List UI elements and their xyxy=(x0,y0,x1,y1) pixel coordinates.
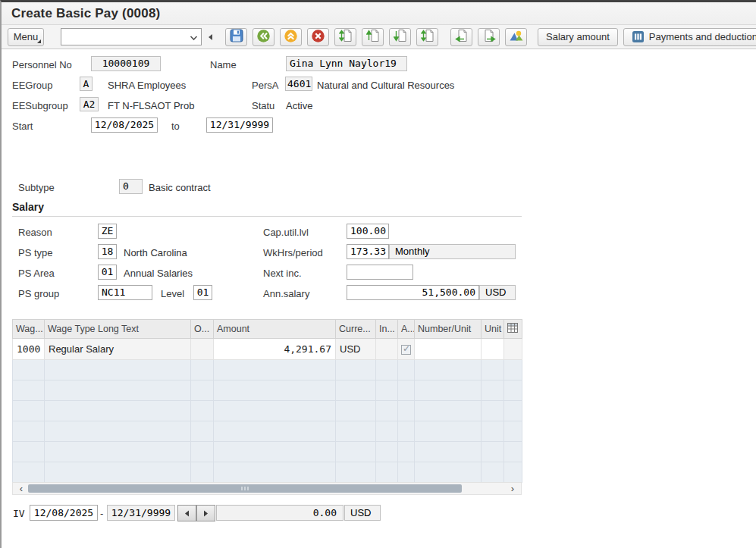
col-number-unit[interactable]: Number/Unit xyxy=(415,320,482,339)
cell-number-unit[interactable] xyxy=(415,339,482,360)
level-label: Level xyxy=(161,288,184,299)
table-config-button[interactable] xyxy=(504,320,522,339)
level-field[interactable]: 01 xyxy=(193,285,212,300)
status-label: Statu xyxy=(252,100,274,111)
previous-record-button[interactable] xyxy=(450,28,472,46)
name-field[interactable]: Gina Lynn Naylor19 xyxy=(286,56,407,71)
salary-amount-label: Salary amount xyxy=(546,31,610,42)
ps-area-label: PS Area xyxy=(18,268,55,279)
personnel-no-field[interactable]: 10000109 xyxy=(91,56,161,71)
payments-deductions-label: Payments and deductions xyxy=(649,31,756,42)
ann-salary-field[interactable]: 51,500.00 xyxy=(347,285,479,300)
scrollbar-thumb[interactable] xyxy=(28,484,462,493)
ee-subgroup-field[interactable]: A2 xyxy=(80,97,99,111)
next-interval-button[interactable] xyxy=(196,505,215,521)
wkhrs-unit-field[interactable]: Monthly xyxy=(389,244,516,259)
col-in[interactable]: In... xyxy=(376,320,398,339)
command-field[interactable] xyxy=(61,28,202,45)
ann-salary-currency-field[interactable]: USD xyxy=(479,285,516,300)
ee-group-text: SHRA Employees xyxy=(108,80,186,91)
col-o[interactable]: O... xyxy=(191,320,214,339)
iv-start-field[interactable]: 12/08/2025 xyxy=(30,505,98,521)
end-date-field[interactable]: 12/31/9999 xyxy=(206,117,273,133)
save-button[interactable] xyxy=(225,28,247,46)
ee-subgroup-text: FT N-FLSAOT Prob xyxy=(108,100,194,111)
status-value: Active xyxy=(286,100,312,111)
salary-amount-button[interactable]: Salary amount xyxy=(538,28,618,46)
scroll-right-icon[interactable]: › xyxy=(507,483,518,494)
wkhrs-label: WkHrs/period xyxy=(263,247,323,258)
ps-area-text: Annual Salaries xyxy=(124,268,193,279)
ps-type-label: PS type xyxy=(18,247,53,258)
save-icon xyxy=(230,29,243,45)
ann-salary-label: Ann.salary xyxy=(263,288,309,299)
overview-button[interactable] xyxy=(505,28,527,46)
col-wage-type[interactable]: Wag... xyxy=(13,320,45,339)
a-checkbox[interactable] xyxy=(401,345,411,355)
section-divider xyxy=(12,216,522,217)
wage-table-empty-body xyxy=(13,360,522,483)
payments-deductions-button[interactable]: Payments and deductions xyxy=(623,28,756,46)
table-row[interactable]: 1000 Regular Salary 4,291.67 USD xyxy=(13,339,522,360)
subtype-field[interactable]: 0 xyxy=(119,179,143,194)
cell-in[interactable] xyxy=(376,339,398,360)
table-row-empty[interactable] xyxy=(13,442,522,462)
ee-group-label: EEGroup xyxy=(12,80,52,91)
cell-wage-type[interactable]: 1000 xyxy=(13,339,45,360)
table-row-empty[interactable] xyxy=(13,380,522,401)
last-page-button[interactable] xyxy=(416,28,438,46)
previous-page-button[interactable] xyxy=(362,28,384,46)
cell-o[interactable] xyxy=(191,339,214,360)
table-row-empty[interactable] xyxy=(13,401,522,421)
pers-a-field[interactable]: 4601 xyxy=(285,77,312,91)
col-currency[interactable]: Curre... xyxy=(336,320,376,339)
start-date-field[interactable]: 12/08/2025 xyxy=(91,117,158,133)
cell-amount[interactable]: 4,291.67 xyxy=(214,339,336,360)
cap-util-field[interactable]: 100.00 xyxy=(347,224,389,239)
collapse-left-icon[interactable] xyxy=(207,33,213,41)
previous-page-icon xyxy=(366,29,380,45)
menu-button[interactable]: Menu xyxy=(8,28,44,46)
table-row-empty[interactable] xyxy=(13,360,522,380)
col-a[interactable]: A... xyxy=(398,320,415,339)
horizontal-scrollbar[interactable]: ‹ › xyxy=(12,482,522,495)
exit-button[interactable] xyxy=(280,28,302,46)
ps-area-field[interactable]: 01 xyxy=(98,265,117,280)
next-page-button[interactable] xyxy=(389,28,411,46)
triangle-right-icon xyxy=(203,506,209,520)
reason-field[interactable]: ZE xyxy=(98,224,117,239)
table-row-empty[interactable] xyxy=(13,421,522,442)
cancel-button[interactable] xyxy=(307,28,329,46)
col-unit[interactable]: Unit xyxy=(482,320,504,339)
cell-unit[interactable] xyxy=(482,339,504,360)
exit-icon xyxy=(284,29,298,45)
cell-a[interactable] xyxy=(398,339,415,360)
pers-a-label: PersA xyxy=(252,80,278,91)
first-page-icon xyxy=(339,29,353,45)
salary-section-heading: Salary xyxy=(12,201,44,213)
cancel-icon xyxy=(311,29,325,45)
cell-long-text[interactable]: Regular Salary xyxy=(45,339,191,360)
back-button[interactable] xyxy=(253,28,274,46)
ee-subgroup-label: EESubgroup xyxy=(12,100,68,111)
iv-currency-field[interactable]: USD xyxy=(344,505,381,521)
col-amount[interactable]: Amount xyxy=(214,320,336,339)
previous-interval-button[interactable] xyxy=(177,505,196,521)
iv-label: IV xyxy=(13,508,25,519)
table-row-empty[interactable] xyxy=(13,462,522,483)
ps-group-field[interactable]: NC11 xyxy=(98,285,152,300)
scroll-left-icon[interactable]: ‹ xyxy=(16,483,27,494)
iv-amount-field[interactable]: 0.00 xyxy=(216,505,343,521)
ps-type-field[interactable]: 18 xyxy=(98,244,117,259)
ee-group-field[interactable]: A xyxy=(80,77,93,91)
wkhrs-field[interactable]: 173.33 xyxy=(347,244,389,259)
payments-table-icon xyxy=(632,30,645,43)
next-record-button[interactable] xyxy=(478,28,500,46)
iv-date-separator: - xyxy=(100,508,103,519)
iv-end-field[interactable]: 12/31/9999 xyxy=(107,505,175,521)
first-page-button[interactable] xyxy=(334,28,356,46)
menu-button-label: Menu xyxy=(14,31,39,42)
cell-currency[interactable]: USD xyxy=(336,339,376,360)
next-inc-field[interactable] xyxy=(347,265,413,280)
col-long-text[interactable]: Wage Type Long Text xyxy=(45,320,191,339)
